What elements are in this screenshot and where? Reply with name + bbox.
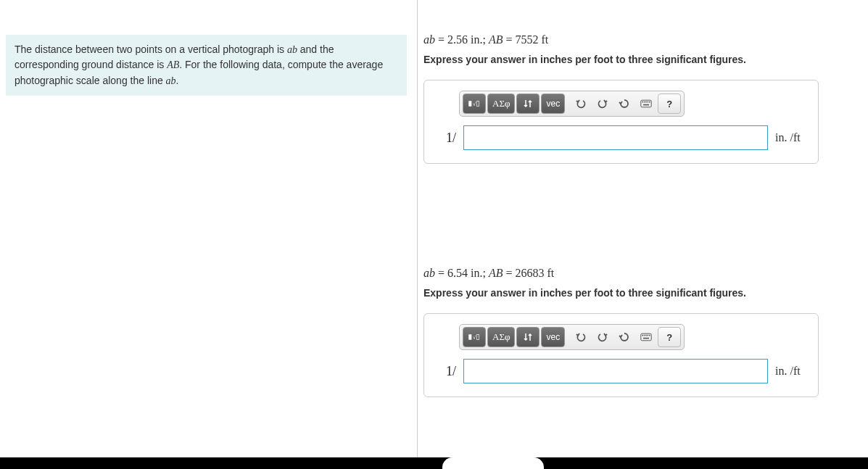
greek-button[interactable]: ΑΣφ [487,327,515,347]
reset-icon [619,331,630,343]
var-AB: AB [167,59,179,70]
svg-rect-15 [644,335,645,336]
given-value: = 7552 ft [503,33,548,46]
given-var: ab [423,33,435,46]
instruction: Express your answer in inches per foot t… [423,54,862,65]
given-value: = 6.54 in.; [435,267,489,279]
given-value: = 26683 ft [503,267,554,279]
problem-text: The distance between two points on a ver… [15,43,287,55]
answer-panel: ab = 2.56 in.; AB = 7552 ft Express your… [418,0,868,469]
instruction: Express your answer in inches per foot t… [423,287,862,299]
answer-input[interactable] [463,125,768,150]
problem-text: . [176,75,179,86]
equation-toolbar: √ ΑΣφ vec [459,324,685,350]
answer-unit: in. /ft [775,131,801,144]
answer-row: 1/ in. /ft [436,125,806,150]
templates-icon: √ [468,331,480,343]
given-data: ab = 6.54 in.; AB = 26683 ft [423,267,862,280]
equation-toolbar: √ ΑΣφ vec [459,91,685,117]
given-data: ab = 2.56 in.; AB = 7552 ft [423,33,862,46]
templates-button[interactable]: √ [463,327,486,347]
svg-rect-7 [648,101,649,103]
svg-rect-5 [644,101,645,103]
keyboard-icon [640,98,652,109]
part-a: ab = 2.56 in.; AB = 7552 ft Express your… [423,10,862,164]
keyboard-button[interactable] [636,94,656,114]
undo-button[interactable] [571,94,591,114]
svg-text:√: √ [473,334,476,341]
svg-rect-19 [643,338,649,339]
given-var: ab [423,267,435,279]
svg-rect-4 [642,101,644,103]
given-var: AB [489,267,503,279]
svg-rect-6 [645,101,647,103]
redo-button[interactable] [592,94,613,114]
var-ab: ab [287,44,297,55]
redo-button[interactable] [592,327,613,347]
vec-button[interactable]: vec [541,94,565,114]
answer-block: √ ΑΣφ vec [423,313,819,397]
given-value: = 2.56 in.; [435,33,489,46]
svg-rect-13 [641,333,651,341]
problem-statement: The distance between two points on a ver… [6,35,407,96]
greek-button[interactable]: ΑΣφ [487,94,515,114]
answer-unit: in. /ft [775,365,801,378]
undo-button[interactable] [571,327,591,347]
svg-rect-12 [476,335,479,340]
svg-rect-16 [645,335,647,336]
undo-icon [575,98,587,109]
var-ab: ab [166,75,176,86]
svg-rect-14 [642,335,644,336]
templates-button[interactable]: √ [463,94,486,114]
subscript-button[interactable] [516,327,540,347]
arrows-icon [522,331,534,343]
question-panel: The distance between two points on a ver… [0,0,418,469]
templates-icon: √ [468,98,480,109]
svg-rect-10 [469,335,471,340]
bottom-notch [442,457,544,469]
answer-block: √ ΑΣφ vec [423,80,819,164]
svg-rect-3 [641,100,651,107]
vec-button[interactable]: vec [541,327,565,347]
subscript-button[interactable] [516,94,540,114]
svg-rect-9 [643,104,649,106]
part-header [423,10,862,28]
help-button[interactable]: ? [658,327,681,347]
undo-icon [575,331,587,343]
part-b: ab = 6.54 in.; AB = 26683 ft Express you… [423,244,862,397]
reset-button[interactable] [614,327,635,347]
bottom-bar [0,457,868,469]
svg-rect-18 [649,335,650,336]
answer-input[interactable] [463,359,768,383]
svg-rect-17 [648,335,649,336]
answer-prefix: 1/ [436,130,456,146]
part-header [423,244,862,261]
answer-prefix: 1/ [436,364,456,379]
svg-rect-2 [476,101,479,107]
help-button[interactable]: ? [658,94,681,114]
arrows-icon [522,98,534,109]
redo-icon [597,331,608,343]
keyboard-icon [640,331,652,343]
svg-rect-0 [469,101,471,107]
reset-button[interactable] [614,94,635,114]
svg-rect-8 [649,101,650,103]
reset-icon [619,98,630,109]
keyboard-button[interactable] [636,327,656,347]
redo-icon [597,98,608,109]
answer-row: 1/ in. /ft [436,359,806,383]
given-var: AB [489,33,503,46]
svg-text:√: √ [473,101,476,107]
